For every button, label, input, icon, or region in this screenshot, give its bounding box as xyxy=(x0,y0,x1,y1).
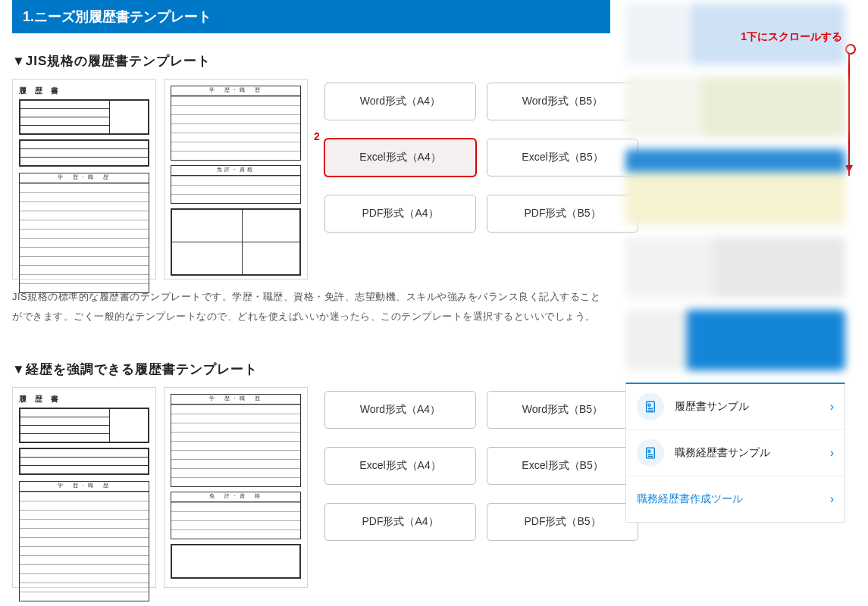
annotation-scroll: 1下にスクロールする xyxy=(741,30,842,44)
svg-point-1 xyxy=(648,404,650,406)
annotation-2: 2 xyxy=(314,130,320,142)
sidebar-ad[interactable] xyxy=(625,237,845,298)
download-button[interactable]: Word形式（B5） xyxy=(487,83,638,120)
keireki-heading: ▼経歴を強調できる履歴書テンプレート xyxy=(12,361,610,378)
sidebar-ad[interactable] xyxy=(625,310,845,370)
resume-preview-left: 履 歴 書 学 歴・職 歴 xyxy=(12,387,156,588)
chevron-right-icon: › xyxy=(830,492,834,506)
sidebar-ad[interactable] xyxy=(625,77,845,137)
download-button[interactable]: Excel形式（A4） xyxy=(324,139,476,176)
resume-preview-left: 履 歴 書 学 歴・職 歴 xyxy=(12,79,156,280)
download-button[interactable]: PDF形式（B5） xyxy=(487,503,638,541)
download-button[interactable]: Excel形式（A4） xyxy=(324,447,476,485)
download-button[interactable]: Excel形式（B5） xyxy=(487,447,638,485)
download-button[interactable]: PDF形式（A4） xyxy=(324,195,476,233)
jis-heading: ▼JIS規格の履歴書テンプレート xyxy=(12,52,610,70)
sidebar-link-label: 職務経歴書作成ツール xyxy=(637,492,819,506)
resume-preview-right: 学 歴・職 歴 免許・資格 xyxy=(164,79,308,280)
chevron-right-icon: › xyxy=(830,400,834,414)
resume-preview-right: 学 歴・職 歴 免 許・資 格 xyxy=(164,387,308,588)
sidebar-link-label: 履歴書サンプル xyxy=(675,400,819,414)
document-icon xyxy=(637,393,664,420)
sidebar-link[interactable]: 職務経歴書作成ツール› xyxy=(626,476,844,522)
download-button[interactable]: Word形式（A4） xyxy=(324,391,476,429)
chevron-right-icon: › xyxy=(830,446,834,460)
section-title: 1.ニーズ別履歴書テンプレート xyxy=(12,0,610,33)
keireki-previews: 履 歴 書 学 歴・職 歴 学 歴・職 歴 免 許・資 格 xyxy=(12,387,308,588)
jis-previews: 履 歴 書 学 歴・職 歴 学 歴・職 歴 xyxy=(12,79,308,280)
sidebar-link-label: 職務経歴書サンプル xyxy=(675,446,819,460)
download-button[interactable]: PDF形式（B5） xyxy=(487,195,638,233)
download-button[interactable]: Word形式（A4） xyxy=(324,83,476,120)
sidebar-link[interactable]: 職務経歴書サンプル› xyxy=(626,430,844,476)
sidebar-ad[interactable] xyxy=(625,149,845,225)
document-icon xyxy=(637,439,664,467)
sidebar-link[interactable]: 履歴書サンプル› xyxy=(626,384,844,430)
download-button[interactable]: PDF形式（A4） xyxy=(324,503,476,541)
svg-point-5 xyxy=(648,450,650,452)
download-button[interactable]: Excel形式（B5） xyxy=(487,139,638,176)
download-button[interactable]: Word形式（B5） xyxy=(487,391,638,429)
annotation-arrow xyxy=(848,45,850,176)
